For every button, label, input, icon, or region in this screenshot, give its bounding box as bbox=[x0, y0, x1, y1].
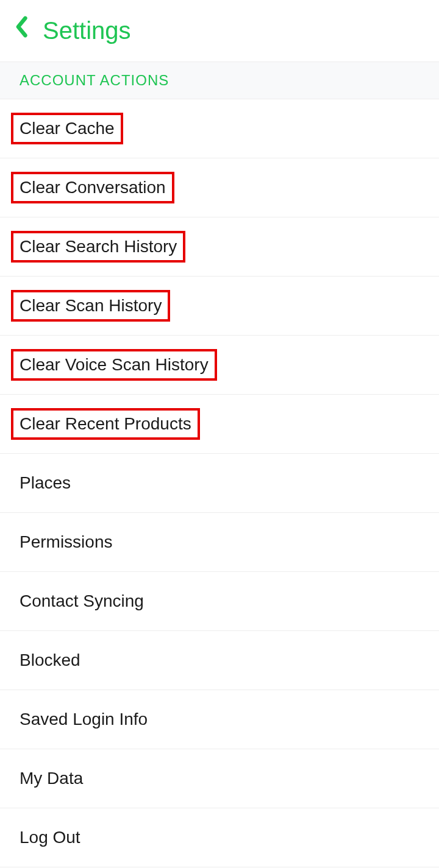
settings-item-saved-login-info[interactable]: Saved Login Info bbox=[0, 690, 439, 749]
settings-item-clear-conversation[interactable]: Clear Conversation bbox=[0, 158, 439, 217]
settings-item-label: Clear Conversation bbox=[11, 172, 174, 203]
settings-item-clear-search-history[interactable]: Clear Search History bbox=[0, 217, 439, 277]
settings-item-label: Contact Syncing bbox=[20, 591, 144, 611]
section-header: ACCOUNT ACTIONS bbox=[0, 62, 439, 99]
settings-item-label: Saved Login Info bbox=[20, 710, 148, 729]
settings-item-clear-recent-products[interactable]: Clear Recent Products bbox=[0, 395, 439, 454]
settings-item-label: Blocked bbox=[20, 651, 80, 670]
settings-item-clear-scan-history[interactable]: Clear Scan History bbox=[0, 277, 439, 336]
settings-item-places[interactable]: Places bbox=[0, 454, 439, 513]
settings-item-label: Places bbox=[20, 473, 71, 493]
back-icon[interactable] bbox=[15, 16, 28, 43]
settings-item-permissions[interactable]: Permissions bbox=[0, 513, 439, 572]
settings-item-blocked[interactable]: Blocked bbox=[0, 631, 439, 690]
settings-item-label: Clear Voice Scan History bbox=[11, 349, 217, 381]
settings-item-clear-voice-scan-history[interactable]: Clear Voice Scan History bbox=[0, 336, 439, 395]
settings-item-label: My Data bbox=[20, 769, 83, 788]
settings-item-label: Clear Recent Products bbox=[11, 408, 200, 440]
settings-item-label: Clear Scan History bbox=[11, 290, 170, 322]
settings-item-contact-syncing[interactable]: Contact Syncing bbox=[0, 572, 439, 631]
settings-item-label: Clear Search History bbox=[11, 231, 185, 263]
settings-item-label: Clear Cache bbox=[11, 113, 123, 144]
settings-item-label: Log Out bbox=[20, 828, 80, 847]
settings-item-log-out[interactable]: Log Out bbox=[0, 808, 439, 867]
settings-item-label: Permissions bbox=[20, 532, 112, 552]
settings-item-my-data[interactable]: My Data bbox=[0, 749, 439, 808]
settings-item-clear-cache[interactable]: Clear Cache bbox=[0, 99, 439, 158]
settings-list: Clear CacheClear ConversationClear Searc… bbox=[0, 99, 439, 867]
header: Settings bbox=[0, 0, 439, 62]
page-title: Settings bbox=[43, 17, 131, 44]
